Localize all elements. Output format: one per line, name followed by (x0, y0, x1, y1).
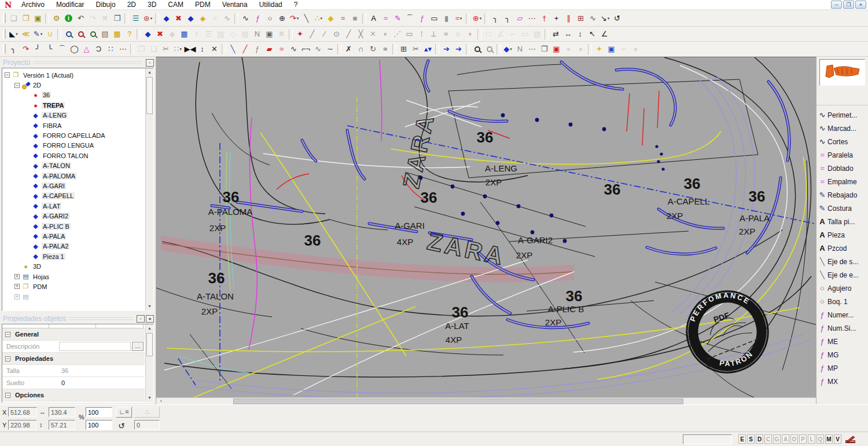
dynamite-tool-icon[interactable]: ▰ (263, 43, 275, 55)
loop-rotate-tool-icon[interactable]: ↻ (367, 43, 379, 55)
scrollbar-thumb[interactable] (146, 77, 153, 114)
mirror-horizontal-button-icon[interactable]: ▶◀ (184, 43, 196, 55)
wave-arrows-tool-icon[interactable]: ≈▾ (453, 12, 465, 24)
menu-modificar[interactable]: Modificar (50, 1, 90, 9)
equalize-triangle-tool-icon[interactable]: △ (80, 43, 93, 55)
close-contour-tool-icon[interactable]: ▱ (514, 12, 526, 24)
rotation-axis-tool-icon[interactable]: ⊕▾ (471, 12, 483, 24)
flat-tilde-tool-icon[interactable]: ∼ (324, 43, 336, 55)
mode-letter-m[interactable]: M (825, 434, 833, 444)
section-general[interactable]: − General (2, 328, 145, 341)
menu-dibujo[interactable]: Dibujo (90, 1, 122, 9)
tree-item-clipped[interactable]: +▤ (3, 292, 144, 302)
piece-select-button-icon[interactable]: ◆ (185, 12, 197, 24)
parallel-red-tool-icon[interactable]: ∥ (562, 12, 575, 24)
restore-button[interactable]: ❐ (843, 1, 854, 9)
tool-numer[interactable]: ƒNumer... (817, 308, 867, 321)
notch-wave-tool-icon[interactable]: ≈ (380, 12, 392, 24)
keyboard-pen-icon[interactable] (845, 435, 856, 445)
tree-item-3d[interactable]: ●3D (3, 261, 144, 271)
snap-segment-button-icon[interactable]: ∕ (318, 28, 330, 40)
tree-item-forro-lengua[interactable]: ◆FORRO LENGUA (3, 141, 144, 151)
scrollbar-thumb[interactable] (233, 399, 683, 404)
panel-grip[interactable] (33, 61, 142, 64)
calculator-button-icon[interactable]: ▦ (178, 28, 190, 40)
close-button[interactable]: × (855, 1, 866, 9)
descripcion-browse-button[interactable]: ... (132, 342, 144, 351)
settings-gears-button-icon[interactable]: ⚙ (50, 12, 62, 24)
frame-i-button-icon[interactable]: ▣ (263, 28, 275, 40)
fillet-chamfer-button-icon[interactable]: ╰ (44, 43, 56, 55)
snap-perpendicular-button-icon[interactable]: ⊥ (428, 28, 440, 40)
collapse-icon[interactable]: − (5, 393, 10, 398)
tool-agujero[interactable]: ○Agujero (817, 282, 867, 295)
tool-marcad[interactable]: ∿Marcad... (817, 122, 867, 135)
edit-nodes-tool-icon[interactable]: ∴▾ (312, 12, 325, 24)
open-file-button-icon[interactable]: ❐ (20, 12, 32, 24)
array-dots-button-icon[interactable]: ∷▾ (172, 43, 184, 55)
panel-grip[interactable] (69, 317, 133, 320)
tree-item-versi-n-1-actual[interactable]: −❒Versión 1 (Actual) (3, 70, 144, 80)
menu-2d[interactable]: 2D (122, 1, 142, 9)
geodesic-curve-tool-icon[interactable]: ƒ (252, 12, 264, 24)
mode-letter-g[interactable]: G (773, 434, 781, 444)
help-document-button-icon[interactable]: ? (123, 28, 135, 40)
menu-ventana[interactable]: Ventana (216, 1, 253, 9)
dash-red-green-button-icon[interactable]: ⋯ (526, 43, 538, 55)
options-checkbox-button-icon[interactable]: ▣ (550, 43, 562, 55)
menu-cam[interactable]: CAM (162, 1, 189, 9)
save-button-icon[interactable]: ▣ (32, 12, 44, 24)
push-wave-right-button-icon[interactable]: ➔ (440, 43, 453, 55)
mode-letter-l[interactable]: L (808, 434, 815, 444)
fillet-curve-button-icon[interactable]: ⌒ (56, 43, 68, 55)
tree-item-a-paloma[interactable]: ◆A-PALOMA (3, 171, 144, 181)
mirror-vertical-button-icon[interactable]: ↕ (196, 43, 208, 55)
loop-open-tool-icon[interactable]: ∩ (355, 43, 367, 55)
mode-letter-c[interactable]: C (764, 434, 772, 444)
tree-item-a-gari2[interactable]: ◆A-GARI2 (3, 211, 144, 221)
panel-restore-button[interactable]: ▫ (146, 59, 154, 67)
layers-button-icon[interactable]: ☰ (130, 12, 142, 24)
filled-region-tool-icon[interactable]: ■ (349, 12, 361, 24)
suelto-value[interactable]: 0 (59, 379, 145, 386)
measure-curve-button-icon[interactable]: ↖ (586, 28, 598, 40)
tree-item-a-leng[interactable]: ◆A-LENG (3, 111, 144, 120)
canvas-horizontal-scrollbar[interactable]: ‹ (156, 397, 816, 404)
mode-letter-e[interactable]: E (738, 434, 746, 444)
snap-slope-button-icon[interactable]: ╱ (343, 28, 355, 40)
expand-icon[interactable]: + (14, 284, 20, 289)
open-arc-tool-icon[interactable]: Ɔ (93, 43, 105, 55)
undo-button-icon[interactable]: ↶ (75, 12, 87, 24)
measure-angle-button-icon[interactable]: ∠ (598, 28, 610, 40)
tool-boq-1[interactable]: ○Boq. 1 (817, 295, 867, 308)
explode-dots-tool-icon[interactable]: ∷ (105, 43, 117, 55)
tree-item-trepa[interactable]: ●TREPA (3, 100, 144, 110)
tool-costura[interactable]: ✎Costura (817, 202, 867, 215)
ruler-button-icon[interactable]: ▤ (99, 28, 111, 40)
tool-num-si[interactable]: ƒNum.Si... (817, 321, 867, 335)
zoom-dynamic-button-icon[interactable] (75, 28, 87, 40)
tree-item-forro-talon[interactable]: ◆FORRO TALON (3, 151, 144, 160)
tool-paralela[interactable]: ≈Paralela (817, 148, 867, 162)
descripcion-field[interactable] (59, 342, 131, 351)
push-wave-left-button-icon[interactable]: ➔ (453, 43, 465, 55)
scale-y-input[interactable]: 100 (86, 420, 112, 430)
transform-x-button-icon[interactable]: ✕ (208, 43, 220, 55)
tree-item-a-pala2[interactable]: ◆A-PALA2 (3, 242, 144, 251)
drawing-canvas[interactable]: 36A-PALOMA2XP3636A-TALON2XP36A-GARI4XP36… (156, 57, 816, 398)
tool-eje-de-e[interactable]: ╲Eje de e... (817, 268, 867, 282)
mode-letter-q[interactable]: Q (816, 434, 824, 444)
tree-item-pieza-1[interactable]: ◆Pieza 1 (3, 251, 144, 261)
offset-curve-tool-icon[interactable]: ≈ (337, 12, 349, 24)
tool-mg[interactable]: ƒMG (817, 348, 867, 361)
trim-corner-tool-icon[interactable]: ╮ (490, 12, 502, 24)
collapse-icon[interactable]: − (5, 72, 10, 78)
tree-item-pdm[interactable]: +❐PDM (3, 282, 144, 291)
zigzag-tool-icon[interactable]: ∿ (288, 43, 300, 55)
expand-icon[interactable]: + (14, 274, 20, 279)
trim-corner-2-tool-icon[interactable]: ╮ (502, 12, 514, 24)
piece-in-button-icon[interactable]: ◆ (160, 12, 172, 24)
mode-letter-p[interactable]: P (799, 434, 807, 444)
section-opciones[interactable]: − Opciones (2, 389, 145, 401)
piece-remove-button-icon[interactable]: ✖ (154, 28, 166, 40)
